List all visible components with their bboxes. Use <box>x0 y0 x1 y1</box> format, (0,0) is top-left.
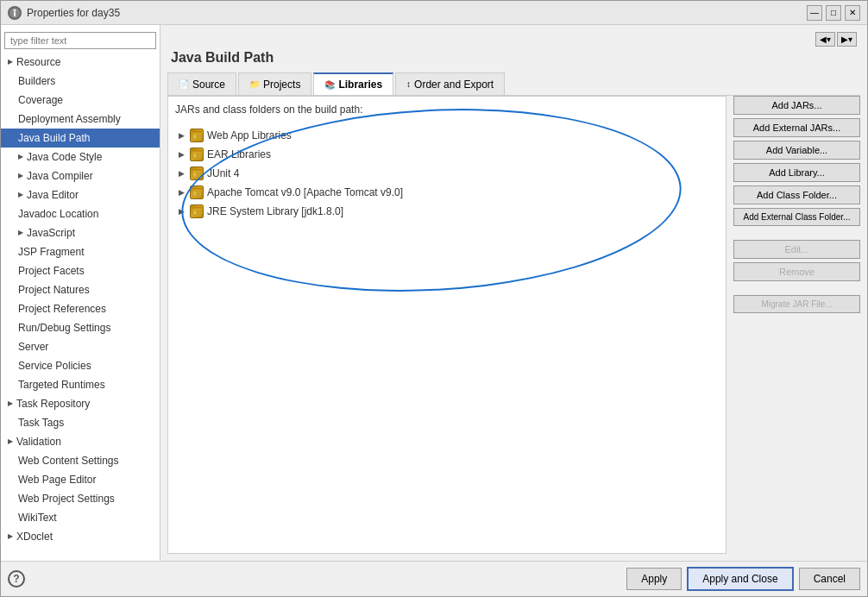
sidebar-item-javadoc-location[interactable]: Javadoc Location <box>1 204 160 223</box>
lib-label: Apache Tomcat v9.0 [Apache Tomcat v9.0] <box>207 186 403 198</box>
sidebar-item-builders[interactable]: Builders <box>1 72 160 91</box>
library-item-junit4[interactable]: ▶JUnit 4 <box>175 164 719 183</box>
svg-rect-11 <box>192 171 202 178</box>
sidebar-item-web-project-settings[interactable]: Web Project Settings <box>1 489 160 508</box>
sidebar-item-project-facets[interactable]: Project Facets <box>1 261 160 280</box>
title-bar: Properties for day35 — □ ✕ <box>1 1 867 25</box>
svg-rect-7 <box>192 152 202 159</box>
svg-rect-15 <box>192 190 202 197</box>
lib-expand-arrow: ▶ <box>179 207 185 216</box>
svg-rect-18 <box>194 192 197 195</box>
main-content: ResourceBuildersCoverageDeployment Assem… <box>1 25 867 561</box>
sidebar-item-javascript[interactable]: JavaScript <box>1 223 160 242</box>
add-library-button[interactable]: Add Library... <box>733 163 860 182</box>
content-area: JARs and class folders on the build path… <box>167 96 726 554</box>
lib-label: Web App Libraries <box>207 129 292 141</box>
filter-input[interactable] <box>4 32 156 49</box>
sidebar-item-task-repository[interactable]: Task Repository <box>1 394 160 413</box>
svg-rect-13 <box>192 169 202 171</box>
minimize-button[interactable]: — <box>807 5 822 21</box>
sidebar-item-xdoclet[interactable]: XDoclet <box>1 527 160 546</box>
svg-rect-9 <box>192 150 202 152</box>
lib-expand-arrow: ▶ <box>179 131 185 140</box>
sidebar-item-java-code-style[interactable]: Java Code Style <box>1 148 160 167</box>
apply-and-close-button[interactable]: Apply and Close <box>687 567 793 591</box>
sidebar-item-targeted-runtimes[interactable]: Targeted Runtimes <box>1 375 160 394</box>
sidebar-item-task-tags[interactable]: Task Tags <box>1 413 160 432</box>
order-export-tab-label: Order and Export <box>414 79 494 91</box>
lib-expand-arrow: ▶ <box>179 188 185 197</box>
svg-rect-17 <box>192 188 202 190</box>
library-list: ▶Web App Libraries▶EAR Libraries▶JUnit 4… <box>175 123 719 224</box>
libraries-tab-icon: 📚 <box>324 80 335 90</box>
right-buttons: Add JARs... Add External JARs... Add Var… <box>726 96 860 554</box>
source-tab-label: Source <box>192 79 225 91</box>
sidebar-item-run-debug-settings[interactable]: Run/Debug Settings <box>1 318 160 337</box>
cancel-button[interactable]: Cancel <box>799 568 860 590</box>
panel-title: Java Build Path <box>167 50 860 66</box>
help-button[interactable]: ? <box>8 570 25 588</box>
center-row: JARs and class folders on the build path… <box>167 96 860 554</box>
svg-rect-21 <box>192 207 202 209</box>
libraries-tab-label: Libraries <box>338 79 382 91</box>
sidebar-item-deployment-assembly[interactable]: Deployment Assembly <box>1 110 160 129</box>
add-variable-button[interactable]: Add Variable... <box>733 141 860 160</box>
maximize-button[interactable]: □ <box>826 5 841 21</box>
add-external-class-folder-button[interactable]: Add External Class Folder... <box>733 208 860 226</box>
sidebar-item-jsp-fragment[interactable]: JSP Fragment <box>1 242 160 261</box>
library-item-jre-system[interactable]: ▶JRE System Library [jdk1.8.0] <box>175 202 719 221</box>
lib-jar-icon <box>190 167 204 180</box>
sidebar-item-web-page-editor[interactable]: Web Page Editor <box>1 470 160 489</box>
sidebar: ResourceBuildersCoverageDeployment Assem… <box>1 25 160 561</box>
sidebar-item-java-compiler[interactable]: Java Compiler <box>1 167 160 185</box>
remove-button[interactable]: Remove <box>733 262 860 281</box>
lib-jar-icon <box>190 148 204 161</box>
nav-back-button[interactable]: ◀▾ <box>815 32 835 47</box>
content-description: JARs and class folders on the build path… <box>175 104 719 116</box>
svg-rect-6 <box>194 135 197 138</box>
add-jars-button[interactable]: Add JARs... <box>733 96 860 115</box>
add-class-folder-button[interactable]: Add Class Folder... <box>733 185 860 204</box>
sidebar-list: ResourceBuildersCoverageDeployment Assem… <box>1 53 160 546</box>
svg-rect-2 <box>14 12 16 16</box>
sidebar-item-wikitext[interactable]: WikiText <box>1 508 160 527</box>
close-button[interactable]: ✕ <box>845 5 860 21</box>
sidebar-item-resource[interactable]: Resource <box>1 53 160 72</box>
sidebar-item-project-natures[interactable]: Project Natures <box>1 280 160 299</box>
library-item-web-app-libs[interactable]: ▶Web App Libraries <box>175 126 719 145</box>
lib-expand-arrow: ▶ <box>179 169 185 178</box>
tab-order-export[interactable]: ↕Order and Export <box>395 72 505 95</box>
order-export-tab-icon: ↕ <box>406 79 411 89</box>
sidebar-item-java-editor[interactable]: Java Editor <box>1 185 160 204</box>
sidebar-item-coverage[interactable]: Coverage <box>1 91 160 110</box>
lib-label: JUnit 4 <box>207 167 239 179</box>
library-item-ear-libraries[interactable]: ▶EAR Libraries <box>175 145 719 164</box>
lib-jar-icon <box>190 185 204 199</box>
sidebar-item-java-build-path[interactable]: Java Build Path <box>1 129 160 148</box>
library-item-apache-tomcat[interactable]: ▶Apache Tomcat v9.0 [Apache Tomcat v9.0] <box>175 183 719 202</box>
edit-button[interactable]: Edit... <box>733 240 860 259</box>
window-title: Properties for day35 <box>27 7 120 19</box>
lib-label: JRE System Library [jdk1.8.0] <box>207 205 343 217</box>
title-bar-controls: — □ ✕ <box>807 5 860 21</box>
add-external-jars-button[interactable]: Add External JARs... <box>733 118 860 137</box>
lib-expand-arrow: ▶ <box>179 150 185 159</box>
nav-arrows: ◀▾ ▶▾ <box>815 32 857 47</box>
sidebar-item-project-references[interactable]: Project References <box>1 299 160 318</box>
app-icon <box>8 6 22 20</box>
migrate-jar-file-button[interactable]: Migrate JAR File... <box>733 295 860 313</box>
tab-source[interactable]: 📄Source <box>167 72 236 95</box>
sidebar-item-service-policies[interactable]: Service Policies <box>1 356 160 375</box>
svg-rect-22 <box>194 211 197 214</box>
bottom-bar: ? Apply Apply and Close Cancel <box>1 561 867 596</box>
nav-forward-button[interactable]: ▶▾ <box>837 32 857 47</box>
tab-libraries[interactable]: 📚Libraries <box>313 72 393 95</box>
tabs-bar: 📄Source📁Projects📚Libraries↕Order and Exp… <box>167 72 860 96</box>
right-panel: ◀▾ ▶▾ Java Build Path 📄Source📁Projects📚L… <box>160 25 867 561</box>
apply-button[interactable]: Apply <box>626 568 682 590</box>
sidebar-item-validation[interactable]: Validation <box>1 432 160 451</box>
title-bar-left: Properties for day35 <box>8 6 120 20</box>
tab-projects[interactable]: 📁Projects <box>238 72 311 95</box>
sidebar-item-server[interactable]: Server <box>1 337 160 356</box>
sidebar-item-web-content-settings[interactable]: Web Content Settings <box>1 451 160 470</box>
